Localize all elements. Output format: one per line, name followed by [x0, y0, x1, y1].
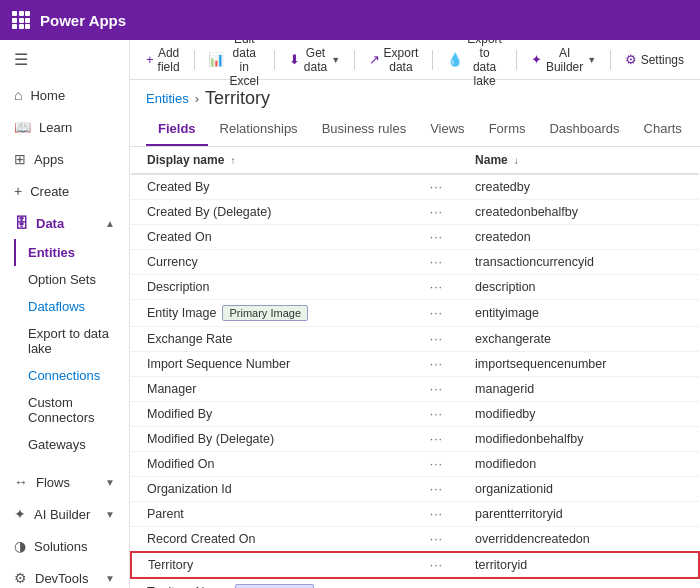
cell-name: exchangerate — [459, 327, 699, 352]
sidebar-item-solutions[interactable]: ◑ Solutions — [0, 530, 129, 562]
cell-actions[interactable]: ··· — [414, 250, 459, 275]
table-row[interactable]: Modified On···modifiedon — [131, 452, 699, 477]
table-row[interactable]: Currency···transactioncurrencyid — [131, 250, 699, 275]
sidebar-item-flows[interactable]: ↔ Flows ▼ — [0, 466, 129, 498]
add-field-icon: + — [146, 52, 154, 67]
cell-actions[interactable]: ··· — [414, 552, 459, 578]
breadcrumb-parent[interactable]: Entities — [146, 91, 189, 106]
tab-forms[interactable]: Forms — [477, 113, 538, 146]
sidebar-sub-export[interactable]: Export to data lake — [14, 320, 129, 362]
table-row[interactable]: Territory···territoryid — [131, 552, 699, 578]
cell-name: modifiedby — [459, 402, 699, 427]
cell-actions[interactable]: ··· — [414, 300, 459, 327]
tab-fields[interactable]: Fields — [146, 113, 208, 146]
sidebar-sub-custom-connectors[interactable]: Custom Connectors — [14, 389, 129, 431]
cell-display: Territory NamePrimary Field — [131, 578, 414, 588]
tab-business-rules[interactable]: Business rules — [310, 113, 419, 146]
toolbar: + Add field 📊 Edit data in Excel ⬇ Get d… — [130, 40, 700, 80]
sidebar-item-data[interactable]: 🗄 Data ▲ — [0, 207, 129, 239]
sidebar-sub-gateways[interactable]: Gateways — [14, 431, 129, 458]
flows-icon: ↔ — [14, 474, 28, 490]
table-row[interactable]: Manager···managerid — [131, 377, 699, 402]
settings-icon: ⚙ — [625, 52, 637, 67]
cell-actions[interactable]: ··· — [414, 275, 459, 300]
hamburger-menu[interactable]: ☰ — [0, 40, 129, 79]
tab-dashboards[interactable]: Dashboards — [537, 113, 631, 146]
cell-actions[interactable]: ··· — [414, 402, 459, 427]
tab-keys[interactable]: Keys — [694, 113, 700, 146]
sort-name-icon: ↓ — [514, 155, 519, 166]
table-row[interactable]: Record Created On···overriddencreatedon — [131, 527, 699, 553]
ai-builder-button[interactable]: ✦ AI Builder ▼ — [523, 42, 604, 78]
cell-actions[interactable]: ··· — [414, 527, 459, 553]
flows-chevron-icon: ▼ — [105, 477, 115, 488]
cell-actions[interactable]: ··· — [414, 477, 459, 502]
sidebar-item-learn[interactable]: 📖 Learn — [0, 111, 129, 143]
sidebar-sub-dataflows[interactable]: Dataflows — [14, 293, 129, 320]
apps-icon: ⊞ — [14, 151, 26, 167]
cell-actions[interactable]: ··· — [414, 578, 459, 588]
cell-name: managerid — [459, 377, 699, 402]
table-row[interactable]: Exchange Rate···exchangerate — [131, 327, 699, 352]
table-row[interactable]: Import Sequence Number···importsequencen… — [131, 352, 699, 377]
table-row[interactable]: Organization Id···organizationid — [131, 477, 699, 502]
table-row[interactable]: Territory NamePrimary Field···name — [131, 578, 699, 588]
breadcrumb: Entities › Territory — [130, 80, 700, 109]
content-area: + Add field 📊 Edit data in Excel ⬇ Get d… — [130, 40, 700, 588]
create-icon: + — [14, 183, 22, 199]
cell-actions[interactable]: ··· — [414, 200, 459, 225]
cell-name: name — [459, 578, 699, 588]
app-grid-icon[interactable] — [12, 11, 30, 29]
sidebar-item-home[interactable]: ⌂ Home — [0, 79, 129, 111]
sidebar-sub-connections[interactable]: Connections — [14, 362, 129, 389]
col-header-name[interactable]: Name ↓ — [459, 147, 699, 174]
tab-charts[interactable]: Charts — [632, 113, 694, 146]
cell-actions[interactable]: ··· — [414, 502, 459, 527]
export-lake-icon: 💧 — [447, 52, 463, 67]
cell-display: Modified On — [131, 452, 414, 477]
table-row[interactable]: Created By (Delegate)···createdonbehalfb… — [131, 200, 699, 225]
cell-name: transactioncurrencyid — [459, 250, 699, 275]
add-field-button[interactable]: + Add field — [138, 42, 188, 78]
tab-relationships[interactable]: Relationships — [208, 113, 310, 146]
settings-button[interactable]: ⚙ Settings — [617, 48, 692, 71]
cell-name: createdon — [459, 225, 699, 250]
table-row[interactable]: Modified By (Delegate)···modifiedonbehal… — [131, 427, 699, 452]
cell-display: Description — [131, 275, 414, 300]
tab-views[interactable]: Views — [418, 113, 476, 146]
app-title: Power Apps — [40, 12, 126, 29]
cell-name: entityimage — [459, 300, 699, 327]
table-row[interactable]: Modified By···modifiedby — [131, 402, 699, 427]
cell-actions[interactable]: ··· — [414, 225, 459, 250]
cell-actions[interactable]: ··· — [414, 352, 459, 377]
cell-display: Entity ImagePrimary Image — [131, 300, 414, 327]
table-row[interactable]: Created On···createdon — [131, 225, 699, 250]
cell-name: parentterritoryid — [459, 502, 699, 527]
field-badge: Primary Image — [222, 305, 308, 321]
sidebar-item-create[interactable]: + Create — [0, 175, 129, 207]
sidebar-item-apps[interactable]: ⊞ Apps — [0, 143, 129, 175]
export-data-button[interactable]: ↗ Export data — [361, 42, 427, 78]
cell-actions[interactable]: ··· — [414, 174, 459, 200]
sidebar-item-ai-builder[interactable]: ✦ AI Builder ▼ — [0, 498, 129, 530]
table-row[interactable]: Created By···createdby — [131, 174, 699, 200]
cell-actions[interactable]: ··· — [414, 377, 459, 402]
col-header-display[interactable]: Display name ↑ — [131, 147, 414, 174]
data-submenu: Entities Option Sets Dataflows Export to… — [0, 239, 129, 458]
edit-excel-icon: 📊 — [208, 52, 224, 67]
col-header-actions — [414, 147, 459, 174]
sidebar-sub-entities[interactable]: Entities — [14, 239, 129, 266]
ai-builder-chevron-icon: ▼ — [105, 509, 115, 520]
get-data-button[interactable]: ⬇ Get data ▼ — [281, 42, 348, 78]
sort-display-icon: ↑ — [230, 155, 235, 166]
cell-actions[interactable]: ··· — [414, 427, 459, 452]
sidebar-sub-option-sets[interactable]: Option Sets — [14, 266, 129, 293]
sidebar-item-devtools[interactable]: ⚙ DevTools ▼ — [0, 562, 129, 588]
table-row[interactable]: Parent···parentterritoryid — [131, 502, 699, 527]
table-row[interactable]: Description···description — [131, 275, 699, 300]
cell-actions[interactable]: ··· — [414, 327, 459, 352]
cell-display: Currency — [131, 250, 414, 275]
table-row[interactable]: Entity ImagePrimary Image···entityimage — [131, 300, 699, 327]
cell-display: Organization Id — [131, 477, 414, 502]
cell-actions[interactable]: ··· — [414, 452, 459, 477]
